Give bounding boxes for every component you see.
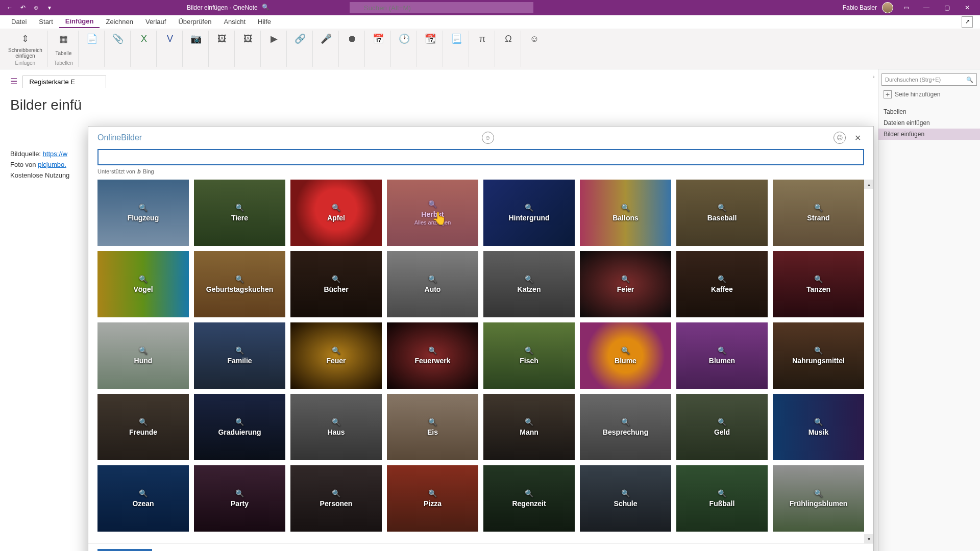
scroll-up-icon[interactable]: ▴ [864, 180, 873, 189]
share-button[interactable]: ↗ [962, 16, 973, 28]
category-tile[interactable]: 🔍Haus [290, 394, 382, 460]
ribbon-group-table[interactable]: ▦ Tabelle Tabellen [49, 31, 79, 67]
category-tile[interactable]: 🔍Tiere [194, 180, 285, 246]
page-list-item[interactable]: Dateien einfügen [878, 117, 980, 129]
category-tile[interactable]: 🔍Eis [387, 394, 478, 460]
category-tile[interactable]: 🔍Flugzeug [97, 180, 189, 246]
page-list-item[interactable]: Bilder einfügen [878, 129, 980, 140]
ribbon-button-picture[interactable]: 🖼 [210, 31, 235, 67]
category-tile[interactable]: 🔍Graduierung [194, 394, 285, 460]
ribbon-button-record[interactable]: ⏺ [340, 31, 365, 67]
tab-verlauf[interactable]: Verlauf [139, 16, 172, 28]
ribbon-button-video[interactable]: ▶ [262, 31, 287, 67]
ribbon-button-visio[interactable]: V [158, 31, 183, 67]
category-tile[interactable]: 🔍Baseball [676, 180, 768, 246]
category-tile[interactable]: 🔍Geburtstagskuchen [194, 251, 285, 317]
category-tile[interactable]: 🔍Apfel [290, 180, 382, 246]
ribbon-button-time[interactable]: 🕐 [392, 31, 417, 67]
category-tile[interactable]: 🔍Auto [387, 251, 478, 317]
ribbon-button-audio[interactable]: 🎤 [314, 31, 339, 67]
undo-icon[interactable]: ↶ [18, 4, 28, 11]
category-tile[interactable]: 🔍Musik [773, 394, 864, 460]
avatar[interactable] [882, 2, 893, 13]
page-list-item[interactable]: Tabellen [878, 106, 980, 117]
ribbon-button-datetime[interactable]: 📆 [418, 31, 443, 67]
ribbon-button-page[interactable]: 📃 [444, 31, 469, 67]
category-tile[interactable]: 🔍Geld [676, 394, 768, 460]
category-tile[interactable]: 🔍Bücher [290, 251, 382, 317]
onedrive-button[interactable]: ☁ OneDrive [97, 549, 152, 551]
photo-link[interactable]: picjumbo. [38, 161, 66, 168]
tab-datei[interactable]: Datei [5, 16, 33, 28]
category-tile[interactable]: 🔍Nahrungsmittel [773, 322, 864, 389]
ribbon-button-screenshot[interactable]: 📷 [184, 31, 209, 67]
ribbon-button-symbol[interactable]: Ω [496, 31, 521, 67]
category-tile[interactable]: 🔍HerbstAlles anzeigen👆 [387, 180, 478, 246]
ribbon-group-insert-space[interactable]: ⇕ Schreibbereich einfügen Einfügen [3, 31, 48, 67]
notebook-nav-icon[interactable]: ☰ [10, 77, 17, 86]
qat-customize-icon[interactable]: ▾ [45, 4, 54, 11]
feedback-happy-icon[interactable]: ☺ [482, 132, 494, 144]
category-tile[interactable]: 🔍Fußball [676, 465, 768, 532]
minimize-icon[interactable]: — [919, 4, 934, 11]
category-tile[interactable]: 🔍Frühlingsblumen [773, 465, 864, 532]
category-tile[interactable]: 🔍Blume [580, 322, 671, 389]
section-tab[interactable]: Registerkarte E [22, 76, 106, 88]
category-tile[interactable]: 🔍Schule [580, 465, 671, 532]
category-tile[interactable]: 🔍Katzen [483, 251, 575, 317]
ribbon-button-link[interactable]: 🔗 [288, 31, 313, 67]
category-tile[interactable]: 🔍Kaffee [676, 251, 768, 317]
add-page-button[interactable]: + Seite hinzufügen [881, 88, 977, 101]
tab-ansicht[interactable]: Ansicht [217, 16, 252, 28]
ribbon-display-icon[interactable]: ▭ [898, 4, 914, 11]
image-search-field[interactable] [97, 149, 864, 165]
tab-hilfe[interactable]: Hilfe [252, 16, 277, 28]
ribbon-button-online-picture[interactable]: 🖼 [236, 31, 261, 67]
global-search-input[interactable] [350, 2, 533, 13]
category-tile[interactable]: 🔍Regenzeit [483, 465, 575, 532]
category-tile[interactable]: 🔍Strand [773, 180, 864, 246]
page-search-input[interactable]: Durchsuchen (Strg+E) 🔍 [881, 73, 977, 86]
user-name[interactable]: Fabio Basler [843, 4, 877, 11]
category-tile[interactable]: 🔍Fisch [483, 322, 575, 389]
ribbon-button-attach[interactable]: 📎 [106, 31, 131, 67]
category-tile[interactable]: 🔍Blumen [676, 322, 768, 389]
dialog-close-icon[interactable]: ✕ [851, 133, 864, 143]
category-tile[interactable]: 🔍Pizza [387, 465, 478, 532]
category-tile[interactable]: 🔍Besprechung [580, 394, 671, 460]
category-tile[interactable]: 🔍Party [194, 465, 285, 532]
emoji-icon[interactable]: ☺ [32, 4, 41, 11]
scroll-down-icon[interactable]: ▾ [864, 534, 873, 543]
feedback-sad-icon[interactable]: ☹ [834, 132, 846, 144]
magnifier-icon: 🔍 [139, 204, 148, 212]
tab-überprüfen[interactable]: Überprüfen [172, 16, 217, 28]
category-tile[interactable]: 🔍Feuerwerk [387, 322, 478, 389]
ribbon-button-file[interactable]: 📄 [80, 31, 105, 67]
category-tile[interactable]: 🔍Hintergrund [483, 180, 575, 246]
ribbon-button-emoji[interactable]: ☺ [522, 31, 547, 67]
category-tile[interactable]: 🔍Feier [580, 251, 671, 317]
tab-einfügen[interactable]: Einfügen [59, 15, 100, 28]
ribbon-button-equation[interactable]: π [470, 31, 495, 67]
category-tile[interactable]: 🔍Vögel [97, 251, 189, 317]
source-link[interactable]: https://w [43, 150, 67, 158]
back-icon[interactable]: ← [5, 4, 14, 11]
close-icon[interactable]: ✕ [960, 4, 975, 11]
ribbon-button-excel[interactable]: X [132, 31, 157, 67]
tab-zeichnen[interactable]: Zeichnen [100, 16, 139, 28]
collapse-panel-icon[interactable]: › [870, 71, 878, 82]
category-tile[interactable]: 🔍Freunde [97, 394, 189, 460]
page-title[interactable]: Bilder einfü [10, 97, 868, 113]
category-tile[interactable]: 🔍Mann [483, 394, 575, 460]
category-tile[interactable]: 🔍Familie [194, 322, 285, 389]
category-tile[interactable]: 🔍Personen [290, 465, 382, 532]
category-tile[interactable]: 🔍Tanzen [773, 251, 864, 317]
category-tile[interactable]: 🔍Ballons [580, 180, 671, 246]
category-tile[interactable]: 🔍Ozean [97, 465, 189, 532]
image-search-input[interactable] [103, 150, 859, 164]
category-tile[interactable]: 🔍Feuer [290, 322, 382, 389]
ribbon-button-date[interactable]: 📅 [366, 31, 391, 67]
category-tile[interactable]: 🔍Hund [97, 322, 189, 389]
maximize-icon[interactable]: ▢ [939, 4, 954, 11]
tab-start[interactable]: Start [33, 16, 59, 28]
